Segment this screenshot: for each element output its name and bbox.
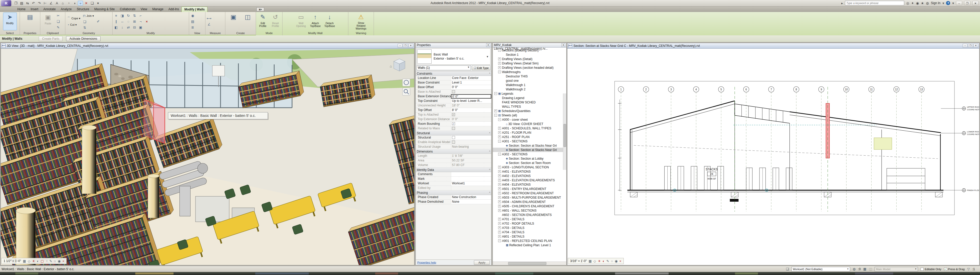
tree-item[interactable]: good one [493,78,566,83]
tree-item[interactable]: FAKE WINDOW SCHED [493,100,566,104]
property-row[interactable]: Base is Attached [416,90,491,94]
tree-expand-icon[interactable]: + [498,187,501,190]
press-drag-checkbox[interactable]: ✓Press & Drag [944,267,965,271]
worksets-icon[interactable]: ❏ [786,267,789,271]
tree-expand-icon[interactable]: − [498,49,501,52]
wall-joins-icon[interactable]: ⇅ [82,25,88,30]
tree-item[interactable]: −A302 - SECTIONS [493,152,566,156]
tree-item[interactable]: +A401 - ELEVATIONS [493,169,566,174]
tree-expand-icon[interactable]: + [498,127,501,130]
wall-opening-button[interactable]: ▭WallOpening [294,13,308,30]
tree-item[interactable]: Destructor THIS [493,74,566,78]
unlocked-view-icon[interactable]: ✎ [606,259,609,263]
tree-expand-icon[interactable]: + [498,196,501,199]
angular-dimension-icon[interactable]: ∠ [206,22,212,27]
communication-center-icon[interactable]: ◉ [916,1,919,5]
tree-expand-icon[interactable]: + [498,58,501,60]
property-row[interactable]: Mark [416,177,491,181]
tree-expand-icon[interactable]: + [498,201,501,203]
align-icon[interactable]: ≡ [113,13,119,19]
create-parts-button[interactable]: Create Parts [39,36,62,41]
tree-expand-icon[interactable]: + [498,218,501,221]
tab-home[interactable]: Home [15,6,28,12]
tree-item[interactable]: +A201 - FLOOR PLAN [493,130,566,135]
edit-profile-button[interactable]: ✎EditProfile [257,13,269,30]
tree-item[interactable]: +A303 - LONGITUDINAL SECTION [493,165,566,169]
property-group-header[interactable]: Structural^ [416,131,491,136]
property-row[interactable]: Edited by [416,186,491,190]
reveal-hidden-icon[interactable]: ◉ [58,259,60,263]
tree-expand-icon[interactable]: + [498,131,501,134]
sun-path-icon[interactable]: ☀ [598,259,601,263]
editable-only-checkbox[interactable]: Editable Only [921,267,941,271]
sun-path-icon[interactable]: ☀ [32,259,35,263]
delete-icon[interactable]: × [144,19,150,24]
type-selector-dropdown-icon[interactable]: ▼ [486,55,490,58]
tab-view[interactable]: View [138,6,150,12]
properties-header[interactable]: Properties ✕ [416,43,491,47]
property-group-header[interactable]: Phasing^ [416,190,491,195]
tree-item[interactable]: −Sections (Building Section) [493,48,566,52]
tree-item[interactable]: −Walkthroughs [493,70,566,74]
property-group-header[interactable]: Constraints^ [416,71,491,76]
tree-item[interactable]: −A901 - REFLECTED CEILING PLAN [493,239,566,243]
tree-expand-icon[interactable]: − [498,153,501,156]
cope-button[interactable]: ⌒Cope ▾ [66,16,81,21]
create-group-button[interactable]: ▣ [227,13,240,30]
tree-expand-icon[interactable]: + [498,170,501,173]
tree-item[interactable]: +▦Schedules/Quantities [493,109,566,113]
browser-horizontal-scrollbar[interactable] [493,261,566,265]
tree-expand-icon[interactable]: − [498,239,501,242]
tree-item[interactable]: +A501 - ENTRY ENLARGEMENT [493,186,566,191]
tab-add-ins[interactable]: Add-Ins [166,6,181,12]
browser-vertical-scrollbar[interactable] [563,93,566,170]
property-row[interactable]: Unconnected Height18' 0" [416,103,491,108]
reset-profile-button[interactable]: ↺ResetProfile [269,13,282,30]
viewport-minimize-button[interactable]: – [398,44,402,47]
unlocked-view-icon[interactable]: ✎ [49,259,52,263]
analytical-model-icon[interactable]: × [619,259,621,263]
tab-manage[interactable]: Manage [150,6,166,12]
tree-item[interactable]: +A402 - ELEVATIONS [493,174,566,178]
restore-button[interactable]: ❐ [964,1,970,5]
temporary-hide-icon[interactable]: ○ [611,259,613,263]
binoculars-icon[interactable]: ◎ [906,1,909,5]
linework-icon[interactable]: ≣ [190,25,196,30]
infocenter-collapse-icon[interactable]: ▸ [841,1,843,5]
minimize-button[interactable]: – [956,1,962,5]
trim-extend-icon[interactable]: ⊞ [132,19,137,24]
viewport-3d-titlebar[interactable]: RVT 3D View: {3D - matt} - MRV_Kodiak Li… [1,43,414,49]
tree-item[interactable]: −A000 - cover sheet [493,117,566,122]
unpin-icon[interactable]: ▣ [138,25,143,30]
tree-expand-icon[interactable]: − [498,118,501,121]
tree-item[interactable]: +A704 - DETAILS [493,230,566,234]
tree-expand-icon[interactable]: + [498,174,501,177]
property-group-header[interactable]: Dimensions^ [416,149,491,154]
tree-expand-icon[interactable]: + [498,235,501,238]
property-row[interactable]: Enable Analytical Model [416,140,491,145]
sign-in-dropdown-icon[interactable]: ▾ [942,1,944,5]
tree-expand-icon[interactable]: + [494,109,497,112]
tree-item[interactable]: −▦Legends [493,92,566,96]
trim-multi-icon[interactable]: ⌐ [138,13,143,19]
property-row[interactable]: Top Offset8' 0" [416,108,491,112]
paint-icon[interactable]: ✐ [95,19,101,24]
tab-annotate[interactable]: Annotate [41,6,58,12]
copy-icon[interactable]: ⇅ [132,13,137,19]
property-row[interactable]: Phase CreatedNew Construction [416,195,491,200]
filter-icon[interactable]: ▽ [967,267,970,271]
favorites-icon[interactable]: ★ [921,1,924,5]
mirror-axis-icon[interactable]: ◧ [113,25,119,30]
tree-item[interactable]: −A301 - SECTIONS [493,139,566,143]
analytical-model-icon[interactable]: × [62,259,65,263]
properties-button[interactable]: ▤ [23,13,37,30]
tree-item[interactable]: ▦Reflected Ceiling Plan: Level 1 [493,243,566,247]
property-row[interactable]: Structural [416,136,491,140]
callout-highlight[interactable] [874,138,892,150]
tree-expand-icon[interactable]: + [498,166,501,169]
type-selector[interactable]: Basic Wall Exterior - batten 5' o.c. ▼ [417,48,490,65]
property-row[interactable]: WorksetWorkset1 [416,181,491,186]
tree-item[interactable]: ◈Section: Section at Teen Room [493,161,566,165]
shadows-icon[interactable]: ◐ [37,259,39,263]
sign-in-label[interactable]: Sign In [931,1,940,5]
